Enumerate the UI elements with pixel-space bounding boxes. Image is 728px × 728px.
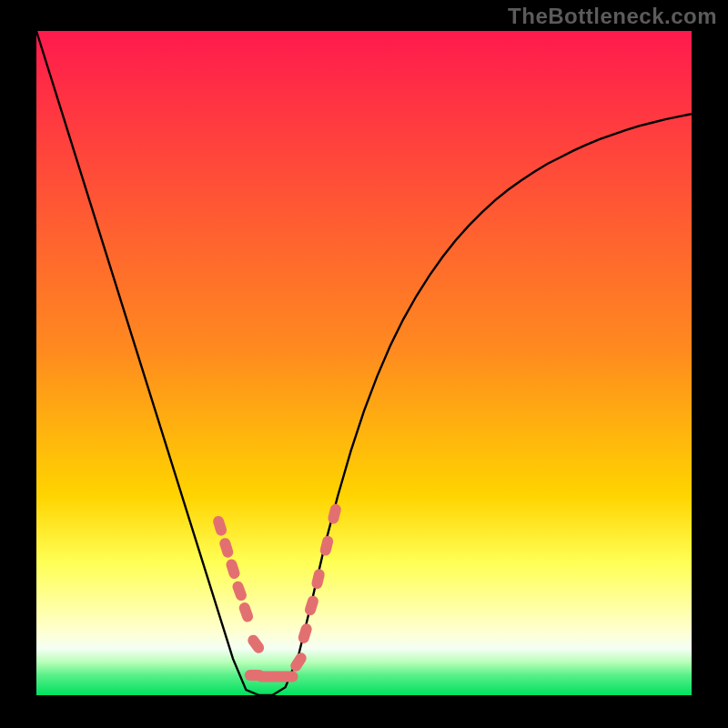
bottleneck-chart <box>0 0 728 728</box>
marker-9 <box>278 672 298 682</box>
plot-background <box>36 31 692 695</box>
watermark-text: TheBottleneck.com <box>508 4 717 29</box>
